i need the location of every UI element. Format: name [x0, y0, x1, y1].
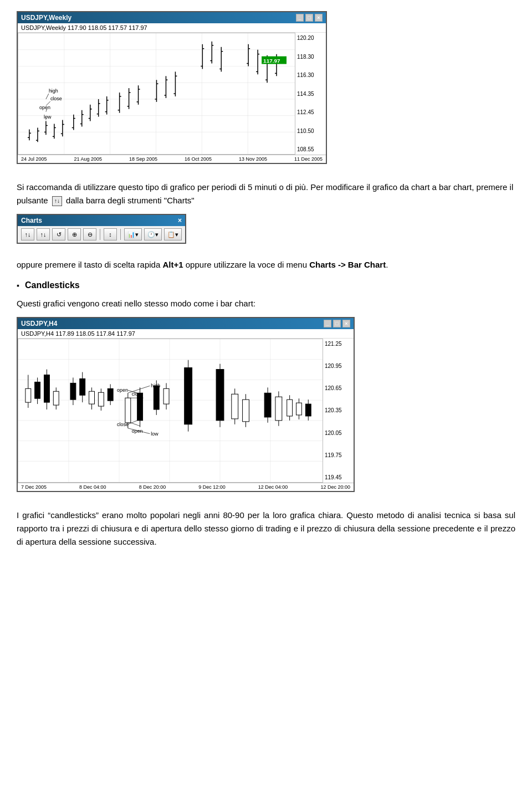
- x-label-2: 21 Aug 2005: [74, 156, 102, 162]
- svg-rect-148: [154, 386, 159, 409]
- charts-toolbar-close[interactable]: ×: [178, 217, 182, 224]
- charts-toolbar-window: Charts × ↑↓ ↑↓ ↺ ⊕ ⊖ ↕ 📊▾ 🕐▾ 📋▾: [17, 214, 186, 244]
- candle-close-icon[interactable]: ×: [342, 320, 350, 327]
- x-label-5: 13 Nov 2005: [239, 156, 267, 162]
- svg-rect-141: [137, 393, 143, 421]
- x-label-4: 16 Oct 2005: [185, 156, 212, 162]
- svg-text:open: open: [39, 105, 50, 110]
- charts-toolbar-titlebar: Charts ×: [18, 215, 185, 226]
- price-level-2: 118.30: [297, 54, 324, 60]
- charts-toolbar-title: Charts: [21, 217, 42, 224]
- candle-chart-body: USDJPY,H4 117.89 118.05 117.84 117.97: [18, 329, 354, 491]
- charts-menu-path: Charts -> Bar Chart: [309, 260, 386, 269]
- candle-price-3: 120.65: [325, 385, 352, 391]
- svg-rect-169: [275, 397, 282, 421]
- bar-chart-controls[interactable]: _ □ ×: [296, 14, 323, 22]
- bar-chart-body: USDJPY,Weekly 117.90 118.05 117.57 117.9…: [18, 23, 326, 163]
- candle-x-label-4: 9 Dec 12:00: [198, 484, 226, 490]
- toolbar-btn-zoom-out[interactable]: ⊖: [83, 228, 96, 240]
- svg-rect-118: [80, 378, 85, 395]
- candle-maximize-icon[interactable]: □: [333, 320, 341, 327]
- paragraph1: Si raccomanda di utilizzare questo tipo …: [17, 181, 515, 207]
- candle-chart-title: USDJPY,H4: [21, 320, 57, 327]
- svg-rect-103: [25, 388, 31, 402]
- svg-rect-172: [287, 400, 293, 416]
- toolbar-btn-templates[interactable]: 📋▾: [164, 228, 182, 240]
- toolbar-btn-barchart[interactable]: ↑↓: [21, 228, 34, 240]
- candle-price-5: 120.05: [325, 430, 352, 436]
- toolbar-btn-scale[interactable]: ↕: [104, 228, 117, 240]
- svg-rect-151: [163, 388, 169, 404]
- svg-rect-130: [125, 398, 131, 423]
- svg-text:close: close: [117, 422, 129, 427]
- candle-price-1: 121.25: [325, 341, 352, 347]
- paragraph3-text: Questi grafici vengono creati nello stes…: [17, 299, 255, 308]
- candle-x-label-5: 12 Dec 04:00: [258, 484, 288, 490]
- bar-chart-info: USDJPY,Weekly 117.90 118.05 117.57 117.9…: [18, 23, 326, 33]
- svg-text:low: low: [44, 114, 52, 120]
- toolbar-btn-candlestick[interactable]: ↑↓: [37, 228, 50, 240]
- svg-rect-124: [98, 392, 104, 406]
- bar-chart-xaxis: 24 Jul 2005 21 Aug 2005 18 Sep 2005 16 O…: [18, 155, 326, 163]
- paragraph2: oppure premere il tasto di scelta rapida…: [17, 258, 515, 272]
- svg-rect-175: [296, 403, 302, 415]
- svg-text:open: open: [132, 428, 143, 434]
- paragraph2-text: oppure premere il tasto di scelta rapida…: [17, 260, 388, 269]
- toolbar-btn-indicators[interactable]: 📊▾: [124, 228, 142, 240]
- candle-x-label-2: 8 Dec 04:00: [79, 484, 106, 490]
- svg-text:open: open: [117, 387, 128, 393]
- svg-rect-163: [243, 400, 249, 422]
- svg-rect-178: [305, 404, 311, 416]
- candle-minimize-icon[interactable]: _: [324, 320, 331, 327]
- x-label-1: 24 Jul 2005: [21, 156, 47, 162]
- x-label-3: 18 Sep 2005: [129, 156, 157, 162]
- candle-chart-window: USDJPY,H4 _ □ × USDJPY,H4 117.89 118.05 …: [17, 317, 355, 492]
- candle-x-label-6: 12 Dec 20:00: [320, 484, 350, 490]
- bar-chart-area: high close open low 117.97 120.20 118.30…: [18, 33, 326, 155]
- candle-chart-svg: high close open low open: [18, 339, 323, 482]
- toolbar-btn-timeframe[interactable]: 🕐▾: [144, 228, 162, 240]
- svg-rect-115: [70, 383, 76, 400]
- candle-price-7: 119.45: [325, 474, 352, 480]
- price-level-7: 108.55: [297, 146, 324, 152]
- price-level-5: 112.45: [297, 109, 324, 115]
- svg-text:low: low: [151, 431, 158, 437]
- svg-rect-166: [264, 393, 271, 417]
- alt1-shortcut: Alt+1: [162, 260, 183, 269]
- minimize-icon[interactable]: _: [296, 14, 304, 22]
- candle-chart-yaxis: 121.25 120.95 120.65 120.35 120.05 119.7…: [323, 339, 354, 483]
- toolbar-separator-2: [120, 229, 121, 240]
- candle-x-label-1: 7 Dec 2005: [21, 484, 47, 490]
- svg-rect-154: [185, 368, 192, 424]
- candlesticks-label: Candlesticks: [25, 280, 80, 290]
- candle-price-2: 120.95: [325, 363, 352, 369]
- svg-rect-106: [35, 382, 40, 398]
- maximize-icon[interactable]: □: [305, 14, 313, 22]
- svg-rect-121: [89, 391, 95, 404]
- svg-text:117.97: 117.97: [263, 58, 280, 64]
- bar-chart-button-icon: ↑↓: [52, 196, 62, 206]
- bar-chart-titlebar: USDJPY,Weekly _ □ ×: [18, 12, 326, 23]
- toolbar-btn-refresh[interactable]: ↺: [52, 228, 65, 240]
- svg-line-135: [131, 423, 140, 426]
- bar-chart-window: USDJPY,Weekly _ □ × USDJPY,Weekly 117.90…: [17, 11, 327, 164]
- candle-chart-titlebar: USDJPY,H4 _ □ ×: [18, 318, 354, 329]
- paragraph3: Questi grafici vengono creati nello stes…: [17, 297, 515, 310]
- candlesticks-bullet: ▪ Candlesticks: [17, 280, 515, 290]
- candle-price-6: 119.75: [325, 452, 352, 458]
- close-icon[interactable]: ×: [315, 14, 323, 22]
- price-level-4: 114.35: [297, 91, 324, 97]
- candle-chart-controls[interactable]: _ □ ×: [324, 320, 350, 327]
- svg-text:close: close: [50, 96, 62, 101]
- bullet-icon: ▪: [17, 281, 19, 290]
- toolbar-btn-zoom-in[interactable]: ⊕: [68, 228, 81, 240]
- candle-chart-plot: high close open low open: [18, 339, 323, 483]
- candle-chart-info: USDJPY,H4 117.89 118.05 117.84 117.97: [18, 329, 354, 339]
- x-label-6: 11 Dec 2005: [294, 156, 323, 162]
- svg-rect-127: [108, 388, 113, 401]
- svg-line-81: [46, 94, 49, 99]
- paragraph4: I grafici “candlesticks” erano molto pop…: [17, 509, 515, 549]
- bar-chart-plot: high close open low 117.97: [18, 33, 295, 155]
- candle-price-4: 120.35: [325, 407, 352, 413]
- svg-rect-112: [53, 391, 59, 405]
